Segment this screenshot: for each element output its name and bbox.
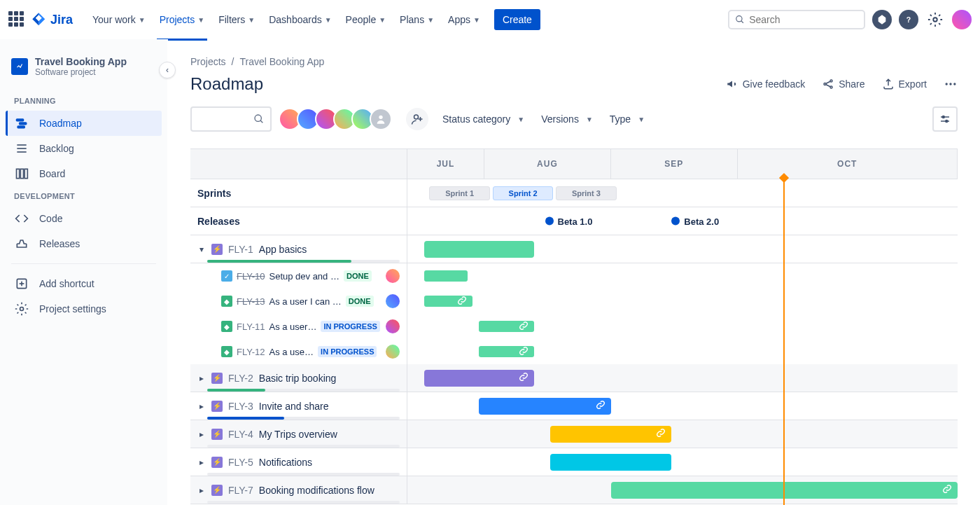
roadmap-search[interactable] <box>190 106 272 132</box>
issue-key[interactable]: FLY-13 <box>237 296 265 307</box>
story-cell[interactable]: ◆FLY-12As a use…IN PROGRESS <box>190 339 407 364</box>
planning-section-label: PLANNING <box>6 91 162 111</box>
release-marker[interactable]: Beta 2.0 <box>671 216 719 226</box>
timeline-bar[interactable] <box>424 296 472 307</box>
sidebar-item-backlog[interactable]: Backlog <box>6 136 162 161</box>
epic-cell[interactable]: ▾⚡FLY-1App basics <box>190 235 407 263</box>
timeline-bar[interactable] <box>479 346 534 357</box>
epic-cell[interactable]: ▸⚡FLY-3Invite and share <box>190 392 407 420</box>
sidebar-item-roadmap[interactable]: Roadmap <box>6 111 162 136</box>
issue-key[interactable]: FLY-10 <box>237 271 265 282</box>
assignee-avatar[interactable] <box>386 294 400 308</box>
nav-your-work[interactable]: Your work ▼ <box>87 8 151 31</box>
epic-icon: ⚡ <box>211 485 223 496</box>
profile-avatar[interactable] <box>952 10 972 29</box>
progress-bar <box>207 417 400 420</box>
notifications-icon[interactable] <box>872 10 892 29</box>
nav-apps[interactable]: Apps ▼ <box>442 8 486 31</box>
epic-cell[interactable]: ▸⚡FLY-5Notifications <box>190 448 407 476</box>
assignee-filter[interactable] <box>283 108 392 130</box>
sprint-pill[interactable]: Sprint 3 <box>556 186 616 200</box>
sidebar-item-releases[interactable]: Releases <box>6 231 162 256</box>
type-filter[interactable]: Type▼ <box>607 109 648 129</box>
help-icon[interactable]: ? <box>899 10 918 29</box>
release-marker[interactable]: Beta 1.0 <box>545 216 593 226</box>
chevron-right-icon[interactable]: ▸ <box>197 373 206 383</box>
timeline-bar[interactable] <box>479 321 534 332</box>
svg-point-26 <box>255 115 261 121</box>
issue-key[interactable]: FLY-4 <box>228 429 253 440</box>
issue-key[interactable]: FLY-3 <box>228 401 253 412</box>
chevron-right-icon[interactable]: ▸ <box>197 429 206 439</box>
issue-key[interactable]: FLY-12 <box>237 347 265 357</box>
sidebar-item-board[interactable]: Board <box>6 161 162 186</box>
svg-point-20 <box>830 86 832 88</box>
timeline-bar[interactable] <box>424 270 468 282</box>
chevron-down-icon[interactable]: ▾ <box>197 244 206 254</box>
assignee-avatar[interactable] <box>386 319 400 333</box>
issue-key[interactable]: FLY-2 <box>228 373 253 384</box>
epic-cell[interactable]: ▸⚡FLY-4My Trips overview <box>190 420 407 448</box>
breadcrumb-project[interactable]: Travel Booking App <box>239 56 324 67</box>
timeline-bar[interactable] <box>550 454 671 471</box>
timeline-bar[interactable] <box>424 241 534 258</box>
chevron-right-icon[interactable]: ▸ <box>197 485 206 495</box>
issue-key[interactable]: FLY-7 <box>228 485 253 496</box>
status-filter[interactable]: Status category▼ <box>440 109 527 129</box>
timeline-bar[interactable] <box>424 370 534 387</box>
more-icon <box>944 77 958 91</box>
story-cell[interactable]: ✓FLY-10Setup dev and …DONE <box>190 263 407 289</box>
issue-key[interactable]: FLY-1 <box>228 244 253 255</box>
release-dot-icon <box>545 217 554 226</box>
backlog-icon <box>14 141 29 155</box>
nav-dashboards[interactable]: Dashboards ▼ <box>263 8 337 31</box>
svg-rect-12 <box>20 169 23 178</box>
more-actions-button[interactable] <box>944 77 958 91</box>
settings-icon[interactable] <box>925 10 945 29</box>
page-title: Roadmap <box>190 74 263 94</box>
add-assignee-button[interactable] <box>406 108 428 130</box>
sidebar-item-add-shortcut[interactable]: Add shortcut <box>6 271 162 296</box>
share-button[interactable]: Share <box>822 78 864 90</box>
timeline-bar[interactable] <box>479 398 611 415</box>
view-settings-button[interactable] <box>932 106 958 132</box>
nav-filters[interactable]: Filters ▼ <box>213 8 260 31</box>
versions-filter[interactable]: Versions▼ <box>538 109 596 129</box>
chevron-right-icon[interactable]: ▸ <box>197 457 206 467</box>
logo-text: Jira <box>50 13 73 27</box>
sidebar-item-project-settings[interactable]: Project settings <box>6 296 162 321</box>
epic-cell[interactable]: ▸⚡FLY-7Booking modifications flow <box>190 476 407 504</box>
nav-plans[interactable]: Plans ▼ <box>394 8 440 31</box>
assignee-avatar[interactable] <box>386 269 400 283</box>
story-icon: ◆ <box>221 346 232 357</box>
sidebar-item-code[interactable]: Code <box>6 206 162 231</box>
chevron-right-icon[interactable]: ▸ <box>197 401 206 411</box>
sprint-pill[interactable]: Sprint 1 <box>429 186 489 200</box>
global-search[interactable] <box>728 10 865 29</box>
story-cell[interactable]: ◆FLY-13As a user I can …DONE <box>190 289 407 314</box>
issue-key[interactable]: FLY-11 <box>237 321 265 332</box>
breadcrumb-projects[interactable]: Projects <box>190 56 226 67</box>
give-feedback-button[interactable]: Give feedback <box>726 78 806 90</box>
story-cell[interactable]: ◆FLY-11As a user…IN PROGRESS <box>190 314 407 339</box>
nav-projects[interactable]: Projects ▼ <box>154 8 210 31</box>
export-button[interactable]: Export <box>882 78 927 90</box>
unassigned-avatar[interactable] <box>370 108 392 130</box>
search-input[interactable] <box>749 14 858 25</box>
app-switcher-icon[interactable] <box>8 11 25 28</box>
jira-logo[interactable]: Jira <box>31 11 73 28</box>
epic-cell[interactable]: ▸⚡FLY-2Basic trip booking <box>190 364 407 392</box>
timeline-bar[interactable] <box>550 426 671 443</box>
search-icon <box>253 113 265 125</box>
issue-key[interactable]: FLY-5 <box>228 457 253 468</box>
sprint-pill[interactable]: Sprint 2 <box>493 186 553 200</box>
add-person-icon <box>411 113 424 125</box>
status-badge: IN PROGRESS <box>321 321 379 332</box>
share-icon <box>822 78 834 90</box>
month-header: JUL <box>407 149 484 179</box>
timeline-bar[interactable] <box>611 482 958 499</box>
create-button[interactable]: Create <box>494 9 540 30</box>
month-header: AUG <box>484 149 611 179</box>
nav-people[interactable]: People ▼ <box>340 8 392 31</box>
assignee-avatar[interactable] <box>386 345 400 359</box>
